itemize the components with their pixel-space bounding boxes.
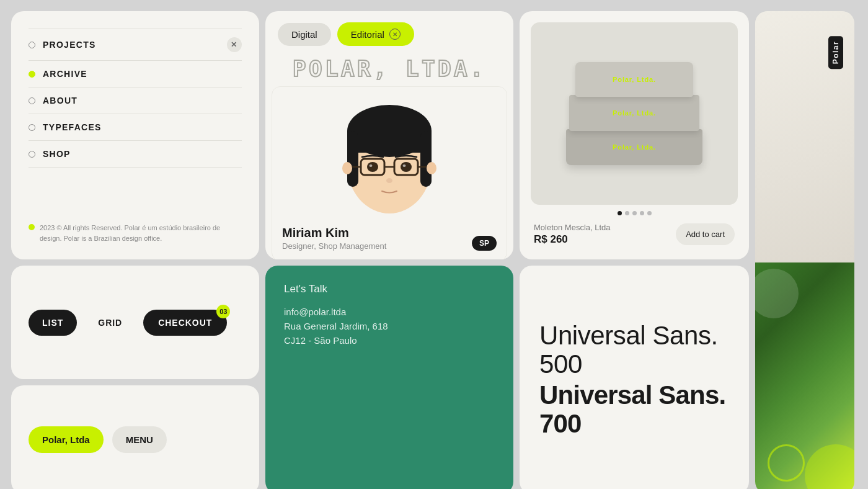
- filter-editorial[interactable]: Editorial ✕: [337, 22, 414, 46]
- nav-close-icon[interactable]: ✕: [227, 37, 242, 52]
- person-role: Designer, Shop Management: [282, 241, 386, 251]
- nav-item-about[interactable]: ABOUT: [29, 87, 242, 114]
- filter-row: Digital Editorial ✕: [265, 11, 513, 55]
- nav-label-projects: PROJECTS: [43, 40, 96, 50]
- nav-dot-about: [29, 97, 35, 104]
- nav-dot-shop: [29, 151, 35, 158]
- contact-address1: Rua General Jardim, 618: [284, 321, 495, 331]
- dot-5[interactable]: [647, 211, 652, 215]
- page-container: PROJECTS ✕ ARCHIVE ABOUT TYPEFACES SHOP: [0, 0, 868, 489]
- product-card: Polar, Ltda. Polar, Ltda. Polar, Ltda. M…: [520, 11, 749, 259]
- svg-point-17: [386, 178, 392, 183]
- product-info-row: Moleton Mescla, Ltda R$ 260 Add to cart: [531, 218, 738, 248]
- product-image-container: Polar, Ltda. Polar, Ltda. Polar, Ltda.: [531, 22, 738, 205]
- svg-point-6: [342, 162, 352, 174]
- filter-close-icon[interactable]: ✕: [389, 29, 401, 40]
- shirt-bot: Polar, Ltda.: [566, 129, 702, 165]
- shirt-label-2: Polar, Ltda.: [613, 109, 656, 117]
- svg-rect-5: [420, 131, 432, 187]
- filter-person-card: Digital Editorial ✕ POLAR, LTDA.: [265, 11, 513, 259]
- svg-point-15: [401, 162, 412, 172]
- list-button[interactable]: LIST: [29, 310, 77, 336]
- svg-rect-3: [347, 131, 432, 153]
- contact-card: Let's Talk info@polar.ltda Rua General J…: [265, 266, 513, 489]
- footer-dot: [29, 224, 35, 230]
- nav-item-archive[interactable]: ARCHIVE: [29, 61, 242, 87]
- grid-button[interactable]: GRID: [84, 310, 136, 336]
- fabric-top: Polar: [755, 11, 854, 262]
- shirt-mid: Polar, Ltda.: [569, 95, 699, 131]
- nav-label-about: ABOUT: [43, 96, 78, 105]
- nav-card: PROJECTS ✕ ARCHIVE ABOUT TYPEFACES SHOP: [11, 11, 259, 259]
- person-illustration: [282, 97, 497, 221]
- product-name: Moleton Mescla, Ltda: [534, 223, 611, 232]
- shirt-label-3: Polar, Ltda.: [613, 143, 656, 151]
- filter-digital[interactable]: Digital: [278, 23, 331, 46]
- nav-list: PROJECTS ✕ ARCHIVE ABOUT TYPEFACES SHOP: [29, 29, 242, 168]
- person-badge: SP: [472, 236, 497, 251]
- fabric-bottom: [755, 262, 854, 489]
- dot-3[interactable]: [632, 211, 637, 215]
- person-info: Miriam Kim Designer, Shop Management SP: [282, 221, 497, 251]
- contact-email[interactable]: info@polar.ltda: [284, 307, 495, 317]
- svg-point-7: [427, 162, 436, 174]
- footer-text: 2023 © All rights Reserved. Polar é um e…: [40, 223, 242, 244]
- shirt-label-1: Polar, Ltda.: [613, 76, 656, 83]
- photo-card: Polar: [755, 11, 854, 489]
- dot-4[interactable]: [640, 211, 644, 215]
- nav-footer: 2023 © All rights Reserved. Polar é um e…: [29, 223, 242, 244]
- product-meta: Moleton Mescla, Ltda R$ 260: [534, 223, 611, 246]
- nav-item-shop[interactable]: SHOP: [29, 141, 242, 168]
- checkout-badge: 03: [216, 305, 230, 318]
- typography-card: Universal Sans. 500 Universal Sans. 700: [520, 266, 749, 489]
- type-line-1: Universal Sans. 500: [539, 321, 729, 379]
- nav-label-archive: ARCHIVE: [43, 69, 87, 79]
- bottom-left-area: LIST GRID CHECKOUT 03 Polar, Ltda MENU: [11, 266, 259, 489]
- svg-point-16: [403, 164, 406, 167]
- type-line-2: Universal Sans. 700: [539, 381, 729, 438]
- person-name: Miriam Kim: [282, 226, 386, 240]
- dot-2[interactable]: [625, 211, 629, 215]
- polar-tag: Polar: [828, 36, 843, 69]
- contact-info: info@polar.ltda Rua General Jardim, 618 …: [284, 307, 495, 346]
- contact-title: Let's Talk: [284, 283, 495, 295]
- contact-address2: CJ12 - São Paulo: [284, 335, 495, 346]
- dotted-logo-area: POLAR, LTDA.: [265, 55, 513, 86]
- checkout-wrapper: CHECKOUT 03: [143, 310, 227, 336]
- svg-rect-4: [347, 131, 358, 187]
- brand-pill-button[interactable]: Polar, Ltda: [29, 426, 104, 453]
- product-price: R$ 260: [534, 233, 611, 246]
- filter-editorial-label: Editorial: [351, 29, 384, 40]
- nav-item-projects[interactable]: PROJECTS ✕: [29, 29, 242, 61]
- person-details: Miriam Kim Designer, Shop Management: [282, 226, 386, 251]
- circle-pattern-1: [805, 444, 854, 489]
- nav-label-typefaces: TYPEFACES: [43, 122, 102, 132]
- person-sub-card: Miriam Kim Designer, Shop Management SP: [272, 86, 507, 259]
- nav-label-shop: SHOP: [43, 149, 71, 159]
- product-pagination: [531, 205, 738, 218]
- shirt-top: Polar, Ltda.: [575, 62, 693, 97]
- nav-item-typefaces[interactable]: TYPEFACES: [29, 114, 242, 141]
- svg-point-13: [367, 162, 378, 172]
- nav-dot-archive: [29, 71, 35, 78]
- nav-dot-typefaces: [29, 124, 35, 131]
- checkout-button[interactable]: CHECKOUT: [143, 310, 227, 336]
- nav-dot-projects: [29, 42, 35, 48]
- menu-button[interactable]: MENU: [112, 426, 167, 453]
- circle-pattern-2: [755, 269, 799, 318]
- dot-1[interactable]: [618, 211, 622, 215]
- buttons-card: LIST GRID CHECKOUT 03: [11, 266, 259, 379]
- face-svg: [334, 97, 445, 221]
- shirts-stack: Polar, Ltda. Polar, Ltda. Polar, Ltda.: [566, 62, 702, 165]
- dotted-logo: POLAR, LTDA.: [293, 58, 486, 80]
- circle-pattern-3: [768, 444, 805, 482]
- brand-card: Polar, Ltda MENU: [11, 385, 259, 489]
- add-to-cart-button[interactable]: Add to cart: [676, 223, 735, 245]
- svg-point-14: [370, 164, 373, 167]
